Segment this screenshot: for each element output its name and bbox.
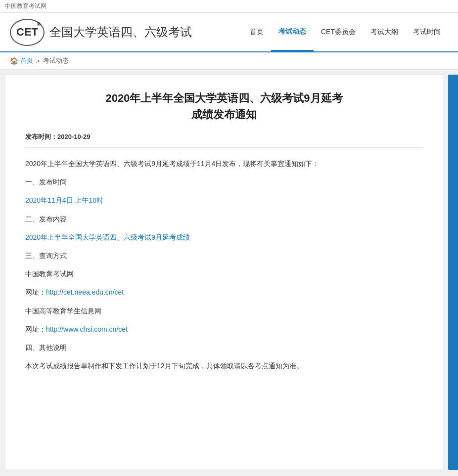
publish-date: 2020-10-29 — [57, 133, 91, 140]
nav-item-time[interactable]: 考试时间 — [406, 13, 448, 51]
breadcrumb-separator: > — [36, 57, 40, 65]
section3-site1-name: 中国教育考试网 — [25, 268, 423, 280]
top-bar: 中国教育考试网 — [0, 0, 458, 13]
home-icon: 🏠 — [10, 57, 18, 65]
cet-logo: ® CET — [10, 19, 45, 46]
section3-header: 三、查询方式 — [25, 250, 423, 262]
section3-site2-url-label: 网址： — [25, 325, 46, 333]
section1-header: 一、发布时间 — [25, 176, 423, 188]
article-title: 2020年上半年全国大学英语四、六级考试9月延考 成绩发布通知 — [25, 90, 423, 123]
breadcrumb-current: 考试动态 — [43, 56, 69, 65]
section3-site1-url-link[interactable]: http://cet.neea.edu.cn/cet — [46, 288, 124, 296]
site-title: 全国大学英语四、六级考试 — [49, 24, 192, 40]
section3-site2-url-link[interactable]: http://www.chsi.com.cn/cet — [46, 325, 128, 333]
publish-label: 发布时间： — [25, 133, 57, 140]
section3-site2-url-row: 网址：http://www.chsi.com.cn/cet — [25, 323, 423, 336]
section3-site1-url-row: 网址：http://cet.neea.edu.cn/cet — [25, 286, 423, 299]
content-area: 2020年上半年全国大学英语四、六级考试9月延考 成绩发布通知 发布时间：202… — [5, 75, 443, 470]
main-wrapper: 2020年上半年全国大学英语四、六级考试9月延考 成绩发布通知 发布时间：202… — [0, 70, 458, 475]
section1-content: 2020年11月4日 上午10时 — [25, 194, 423, 207]
article-intro: 2020年上半年全国大学英语四、六级考试9月延考成绩于11月4日发布，现将有关事… — [25, 158, 423, 170]
header: ® CET 全国大学英语四、六级考试 首页 考试动态 CET委员会 考试大纲 考… — [0, 13, 458, 52]
registered-symbol: ® — [37, 22, 41, 27]
section3-site1-url-label: 网址： — [25, 288, 46, 296]
breadcrumb: 🏠 首页 > 考试动态 — [0, 52, 458, 70]
top-bar-label: 中国教育考试网 — [5, 2, 46, 9]
section4-content: 本次考试成绩报告单制作和下发工作计划于12月下旬完成，具体领取请以各考点通知为准… — [25, 360, 423, 372]
section2-content: 2020年上半年全国大学英语四、六级考试9月延考成绩 — [25, 231, 423, 244]
nav-item-syllabus[interactable]: 考试大纲 — [363, 13, 406, 51]
section3-site2-name: 中国高等教育学生信息网 — [25, 305, 423, 317]
main-nav: 首页 考试动态 CET委员会 考试大纲 考试时间 — [242, 13, 448, 51]
right-sidebar — [448, 75, 458, 470]
section4-header: 四、其他说明 — [25, 342, 423, 354]
article-body: 2020年上半年全国大学英语四、六级考试9月延考成绩于11月4日发布，现将有关事… — [25, 158, 423, 372]
breadcrumb-home-link[interactable]: 首页 — [20, 56, 33, 65]
logo-text: CET — [16, 26, 38, 39]
nav-item-committee[interactable]: CET委员会 — [314, 13, 363, 51]
nav-item-home[interactable]: 首页 — [242, 13, 271, 51]
nav-item-news[interactable]: 考试动态 — [271, 13, 314, 51]
logo-area: ® CET 全国大学英语四、六级考试 — [10, 19, 192, 46]
section2-header: 二、发布内容 — [25, 213, 423, 225]
publish-time: 发布时间：2020-10-29 — [25, 132, 423, 148]
